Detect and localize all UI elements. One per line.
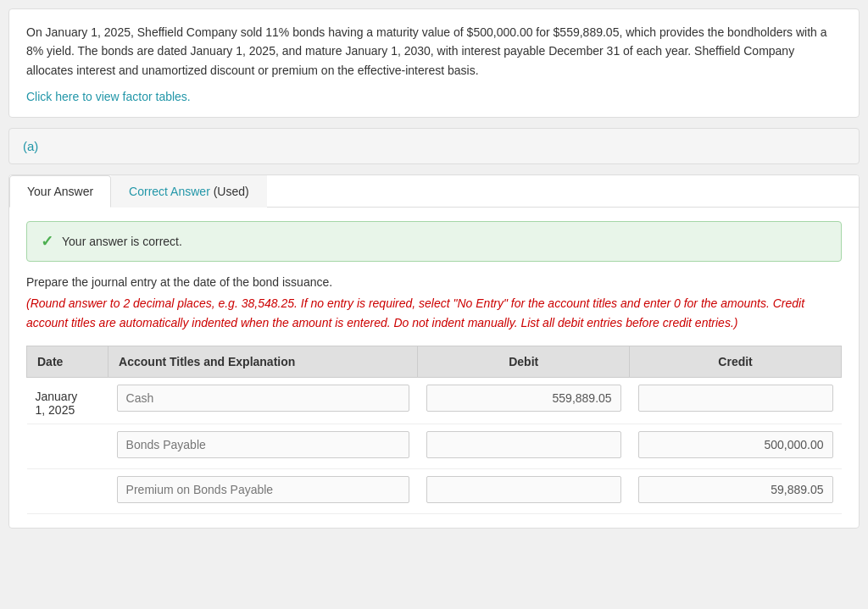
credit-cell-2 — [630, 424, 842, 468]
date-cell-3 — [27, 468, 108, 513]
date-cell-2 — [27, 424, 108, 468]
account-cell-1 — [108, 377, 418, 424]
table-row — [27, 468, 842, 513]
problem-card: On January 1, 2025, Sheffield Company so… — [8, 8, 860, 118]
tab-your-answer[interactable]: Your Answer — [9, 175, 111, 208]
tab-your-answer-label: Your Answer — [27, 185, 93, 198]
credit-input-1[interactable] — [638, 385, 833, 412]
debit-cell-2 — [418, 424, 630, 468]
tab-used-label: (Used) — [214, 185, 249, 198]
page-wrapper: On January 1, 2025, Sheffield Company so… — [0, 0, 868, 537]
credit-cell-1 — [630, 377, 842, 424]
tab-correct-answer-label: Correct Answer — [129, 185, 210, 198]
credit-input-2[interactable] — [638, 431, 833, 458]
debit-input-1[interactable] — [426, 385, 621, 412]
col-header-credit: Credit — [630, 346, 842, 377]
debit-cell-1 — [418, 377, 630, 424]
account-input-3[interactable] — [117, 476, 409, 503]
factor-tables-link[interactable]: Click here to view factor tables. — [26, 90, 842, 103]
col-header-account: Account Titles and Explanation — [108, 346, 418, 377]
table-row — [27, 424, 842, 468]
date-cell-1: January1, 2025 — [27, 377, 108, 424]
account-cell-2 — [108, 424, 418, 468]
credit-input-3[interactable] — [638, 476, 833, 503]
answer-panel: Your Answer Correct Answer (Used) ✓ Your… — [8, 174, 860, 529]
checkmark-icon: ✓ — [41, 232, 53, 251]
table-row: January1, 2025 — [27, 377, 842, 424]
account-input-1[interactable] — [117, 385, 409, 412]
col-header-date: Date — [27, 346, 108, 377]
table-body: January1, 2025 — [27, 377, 842, 513]
tab-correct-answer[interactable]: Correct Answer (Used) — [111, 175, 267, 208]
col-header-debit: Debit — [418, 346, 630, 377]
date-value-1: January1, 2025 — [36, 390, 78, 417]
correct-answer-banner: ✓ Your answer is correct. — [26, 221, 842, 262]
credit-cell-3 — [630, 468, 842, 513]
debit-cell-3 — [418, 468, 630, 513]
debit-input-2[interactable] — [426, 431, 621, 458]
account-input-2[interactable] — [117, 431, 409, 458]
tabs-header: Your Answer Correct Answer (Used) — [9, 175, 859, 208]
section-card: (a) — [8, 128, 860, 164]
instruction-normal: Prepare the journal entry at the date of… — [26, 275, 842, 289]
debit-input-3[interactable] — [426, 476, 621, 503]
table-header: Date Account Titles and Explanation Debi… — [27, 346, 842, 377]
account-cell-3 — [108, 468, 418, 513]
instruction-red: (Round answer to 2 decimal places, e.g. … — [26, 294, 842, 332]
journal-table: Date Account Titles and Explanation Debi… — [26, 346, 842, 514]
correct-text: Your answer is correct. — [62, 235, 182, 248]
problem-text: On January 1, 2025, Sheffield Company so… — [26, 23, 842, 80]
section-label: (a) — [23, 139, 38, 153]
tab-content: ✓ Your answer is correct. Prepare the jo… — [9, 208, 859, 528]
